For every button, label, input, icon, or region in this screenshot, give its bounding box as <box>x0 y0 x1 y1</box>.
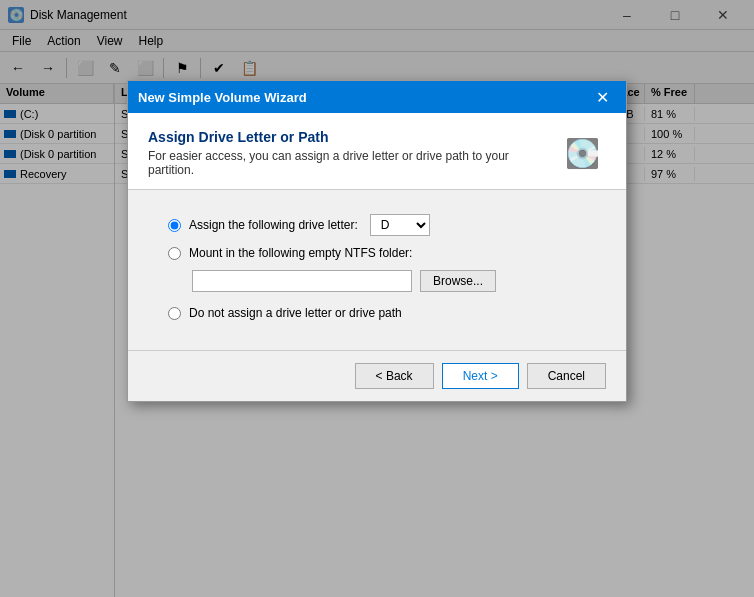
modal-header-subtitle: For easier access, you can assign a driv… <box>148 149 558 177</box>
modal-header-title: Assign Drive Letter or Path <box>148 129 558 145</box>
folder-row: Browse... <box>192 270 586 292</box>
modal-title: New Simple Volume Wizard <box>138 90 588 105</box>
modal-header: Assign Drive Letter or Path For easier a… <box>128 113 626 190</box>
folder-path-input[interactable] <box>192 270 412 292</box>
radio-item-letter: Assign the following drive letter: D <box>168 214 586 236</box>
browse-button[interactable]: Browse... <box>420 270 496 292</box>
radio-item-none: Do not assign a drive letter or drive pa… <box>168 306 586 320</box>
radio-no-assign[interactable] <box>168 307 181 320</box>
radio-mount-folder[interactable] <box>168 247 181 260</box>
drive-letter-select[interactable]: D <box>370 214 430 236</box>
modal-overlay: New Simple Volume Wizard ✕ Assign Drive … <box>0 0 754 597</box>
radio-no-assign-label[interactable]: Do not assign a drive letter or drive pa… <box>189 306 402 320</box>
modal-header-icon: 💽 <box>558 129 606 177</box>
back-button[interactable]: < Back <box>355 363 434 389</box>
wizard-modal: New Simple Volume Wizard ✕ Assign Drive … <box>127 80 627 402</box>
radio-assign-letter-label[interactable]: Assign the following drive letter: <box>189 218 358 232</box>
modal-footer: < Back Next > Cancel <box>128 350 626 401</box>
radio-mount-folder-label[interactable]: Mount in the following empty NTFS folder… <box>189 246 412 260</box>
radio-item-folder-group: Mount in the following empty NTFS folder… <box>168 246 586 292</box>
modal-close-button[interactable]: ✕ <box>588 83 616 111</box>
cancel-button[interactable]: Cancel <box>527 363 606 389</box>
modal-title-bar: New Simple Volume Wizard ✕ <box>128 81 626 113</box>
next-button[interactable]: Next > <box>442 363 519 389</box>
modal-body: Assign the following drive letter: D Mou… <box>128 190 626 350</box>
radio-item-folder: Mount in the following empty NTFS folder… <box>168 246 586 260</box>
radio-assign-letter[interactable] <box>168 219 181 232</box>
